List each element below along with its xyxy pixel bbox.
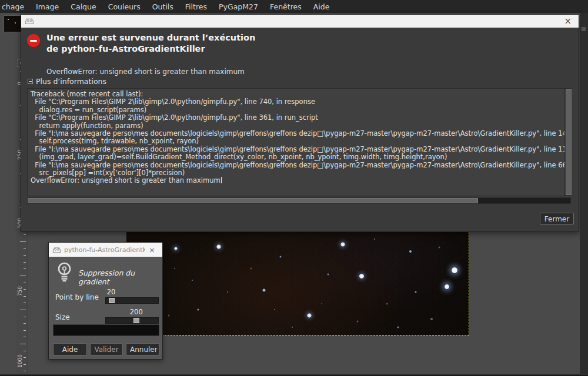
plugin-dialog-title: python-fu-AstroGradientKiller xyxy=(64,246,145,254)
ruler-tick xyxy=(24,249,26,249)
ruler-tick xyxy=(24,283,26,283)
close-icon[interactable]: × xyxy=(145,246,159,254)
ruler-label: 750 xyxy=(17,286,23,296)
menu-item-couleurs[interactable]: Couleurs xyxy=(102,2,146,11)
star xyxy=(430,318,433,320)
slider[interactable]: 200 xyxy=(105,317,159,324)
menu-item-fenêtres[interactable]: Fenêtres xyxy=(264,2,308,11)
slider-row-size: Size200 xyxy=(55,304,159,324)
plugin-sliders: Point by line20Size200 xyxy=(55,284,159,324)
vertical-scrollbar-thumb[interactable] xyxy=(566,89,572,195)
traceback-line: File "C:\Program Files\GIMP 2\lib\gimp\2… xyxy=(31,114,567,122)
star xyxy=(263,289,266,292)
star xyxy=(168,315,170,317)
valider-button[interactable]: Valider xyxy=(90,343,123,355)
ruler-tick xyxy=(24,337,26,337)
traceback-line: src_pixels[pp] =int(xy['color'][0]*preci… xyxy=(31,169,567,177)
slider-handle[interactable] xyxy=(109,298,115,303)
fermer-button[interactable]: Fermer xyxy=(540,213,574,225)
traceback-line: (img_grad, layer_grad)=self.BuildGradien… xyxy=(31,153,567,161)
annuler-button[interactable]: Annuler xyxy=(126,343,159,355)
star xyxy=(198,309,199,311)
plugin-dialog-titlebar[interactable]: python-fu-AstroGradientKiller × xyxy=(49,243,162,257)
error-dialog: × Une erreur est survenue durant l’exécu… xyxy=(21,14,579,232)
more-info-expander[interactable]: Plus d’informations xyxy=(28,77,106,86)
ruler-tick xyxy=(24,255,26,256)
ruler-label: 1000 xyxy=(17,354,23,368)
traceback-line: File "I:\ma sauvegarde perso\mes documen… xyxy=(31,146,567,153)
close-icon[interactable]: × xyxy=(560,17,575,26)
ruler-tick xyxy=(24,268,26,269)
slider-handle[interactable] xyxy=(133,318,139,323)
canvas-image[interactable] xyxy=(126,229,469,335)
menu-item-image[interactable]: Image xyxy=(30,2,65,11)
image-tab-thumbnail[interactable] xyxy=(4,15,21,32)
wilber-icon xyxy=(25,16,34,27)
plugin-buttons: AideValiderAnnuler xyxy=(53,343,159,355)
star xyxy=(374,239,375,240)
menu-item-chage[interactable]: chage xyxy=(0,2,30,11)
star xyxy=(452,267,458,274)
ruler-tick xyxy=(24,317,26,317)
star xyxy=(292,327,293,328)
traceback-line: return apply(function, params) xyxy=(31,122,567,130)
traceback-line: dialog.res = run_script(params) xyxy=(31,106,567,114)
star xyxy=(227,291,228,293)
star xyxy=(359,274,365,279)
ruler-tick xyxy=(24,323,26,324)
menu-item-filtres[interactable]: Filtres xyxy=(179,2,213,11)
ruler-tick xyxy=(24,364,26,365)
traceback-text[interactable]: Traceback (most recent call last): File … xyxy=(27,88,571,196)
star xyxy=(250,268,252,270)
ruler-tick xyxy=(24,357,26,358)
slider-label: Size xyxy=(55,313,70,321)
traceback-line: OverflowError: unsigned short is greater… xyxy=(31,177,567,184)
lightbulb-icon xyxy=(56,261,72,286)
slider-row-point-by-line: Point by line20 xyxy=(55,284,159,304)
ruler-tick xyxy=(24,330,26,331)
error-dialog-titlebar[interactable]: × xyxy=(21,15,579,28)
ruler-tick xyxy=(24,371,26,371)
slider[interactable]: 20 xyxy=(105,297,159,304)
slider-label: Point by line xyxy=(55,293,99,301)
star xyxy=(216,244,221,249)
menu-item-calque[interactable]: Calque xyxy=(65,2,102,11)
plugin-dialog: python-fu-AstroGradientKiller × Suppress… xyxy=(48,242,163,360)
star xyxy=(445,284,450,290)
star xyxy=(409,250,412,253)
star xyxy=(328,274,329,276)
star xyxy=(321,303,322,304)
expander-minus-icon xyxy=(28,79,33,84)
slider-track[interactable] xyxy=(105,297,159,304)
star xyxy=(340,242,345,247)
slider-value: 20 xyxy=(107,288,116,296)
error-message: OverflowError: unsigned short is greater… xyxy=(46,68,245,76)
ruler-tick xyxy=(20,344,26,344)
menu-item-pygapm27[interactable]: PyGapM27 xyxy=(213,2,264,11)
slider-track[interactable] xyxy=(105,317,159,324)
menu-item-outils[interactable]: Outils xyxy=(146,2,179,11)
ruler-tick xyxy=(20,276,26,276)
ruler-tick xyxy=(24,351,26,351)
menu-item-aide[interactable]: Aide xyxy=(308,2,336,11)
aide-button[interactable]: Aide xyxy=(53,343,87,355)
gimp-window: chageImageCalqueCouleursOutilsFiltresPyG… xyxy=(0,0,588,376)
vertical-scrollbar[interactable] xyxy=(564,89,572,196)
ruler-tick xyxy=(24,234,26,235)
horizontal-scrollbar[interactable] xyxy=(27,197,571,204)
star xyxy=(280,256,282,258)
slider-value: 200 xyxy=(130,308,143,316)
star xyxy=(386,303,388,305)
star xyxy=(174,268,175,269)
star xyxy=(357,321,359,323)
star xyxy=(174,247,178,250)
traceback-line: self.process(timg, tdrawable, nb_xpoint,… xyxy=(31,137,567,145)
progress-bar xyxy=(53,324,159,336)
star xyxy=(439,247,440,249)
wilber-icon xyxy=(52,244,61,256)
ruler-tick xyxy=(24,262,26,263)
ruler-tick xyxy=(20,310,26,310)
ruler-tick xyxy=(24,289,26,290)
horizontal-scrollbar-thumb[interactable] xyxy=(28,198,478,203)
ruler-tick xyxy=(20,241,26,242)
